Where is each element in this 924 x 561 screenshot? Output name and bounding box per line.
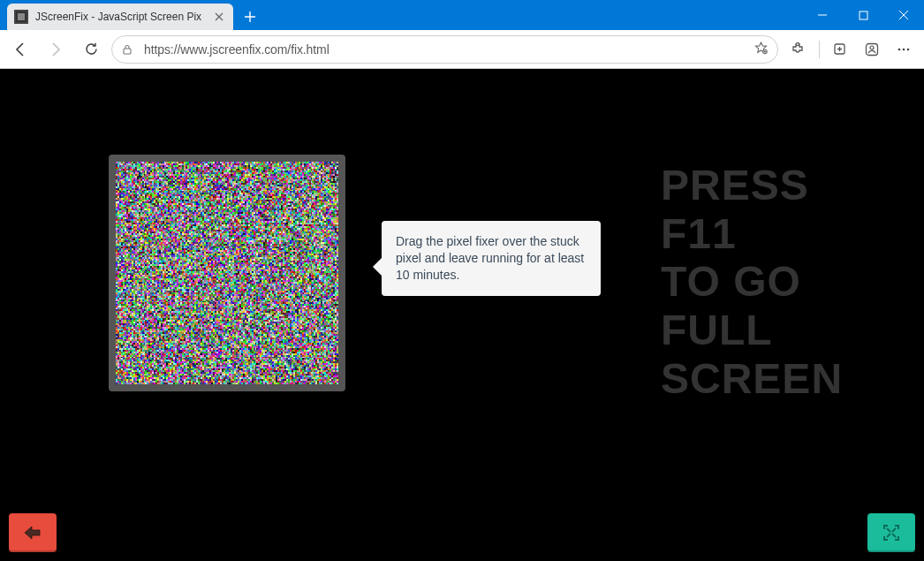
svg-point-5 (796, 42, 799, 45)
page-back-button[interactable] (9, 513, 57, 552)
nav-refresh-button[interactable] (76, 34, 106, 64)
profile-icon[interactable] (857, 34, 887, 64)
tab-favicon (14, 10, 28, 24)
window-minimize-button[interactable] (802, 0, 843, 30)
svg-point-10 (903, 48, 905, 50)
fullscreen-icon (882, 523, 901, 542)
pixel-noise-canvas (116, 162, 338, 384)
address-url: https://www.jscreenfix.com/fix.html (144, 42, 745, 57)
svg-rect-2 (860, 11, 867, 19)
window-controls (802, 0, 924, 30)
collections-icon[interactable] (825, 34, 855, 64)
page-viewport: Drag the pixel fixer over the stuck pixe… (0, 69, 924, 561)
address-bar[interactable]: https://www.jscreenfix.com/fix.html (111, 35, 778, 64)
svg-rect-3 (124, 49, 131, 54)
menu-icon[interactable] (889, 34, 919, 64)
nav-back-button[interactable] (5, 34, 35, 64)
svg-rect-1 (18, 13, 25, 20)
fullscreen-hint-text: PRESSF11TO GOFULLSCREEN (661, 162, 843, 402)
svg-point-8 (870, 46, 874, 49)
fullscreen-hint-heading: PRESSF11TO GOFULLSCREEN (661, 162, 843, 404)
toolbar-divider (819, 41, 820, 58)
toolbar-right (784, 34, 919, 64)
svg-point-9 (898, 48, 901, 50)
tab-close-button[interactable] (212, 10, 226, 24)
arrow-left-icon (22, 523, 43, 542)
fullscreen-button[interactable] (867, 513, 915, 552)
window-maximize-button[interactable] (843, 0, 883, 30)
svg-point-11 (907, 48, 910, 50)
window-close-button[interactable] (883, 0, 924, 30)
browser-tab[interactable]: JScreenFix - JavaScript Screen Pix (7, 4, 233, 30)
extensions-icon[interactable] (784, 34, 814, 64)
window-titlebar: JScreenFix - JavaScript Screen Pix (0, 0, 924, 30)
favorite-icon[interactable] (754, 41, 769, 58)
tab-title: JScreenFix - JavaScript Screen Pix (35, 11, 205, 23)
browser-toolbar: https://www.jscreenfix.com/fix.html (0, 30, 924, 69)
pixel-fixer-box[interactable] (109, 155, 345, 391)
lock-icon (121, 43, 135, 56)
new-tab-button[interactable] (237, 4, 263, 30)
instruction-tooltip: Drag the pixel fixer over the stuck pixe… (382, 221, 601, 296)
instruction-text: Drag the pixel fixer over the stuck pixe… (396, 234, 584, 282)
nav-forward-button[interactable] (41, 34, 71, 64)
